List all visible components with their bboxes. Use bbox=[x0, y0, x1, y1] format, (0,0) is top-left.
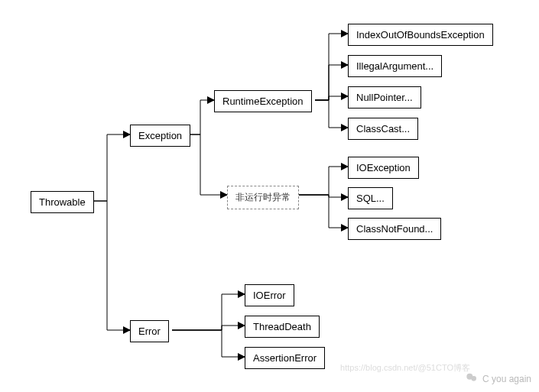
wechat-icon bbox=[466, 371, 478, 386]
label: AssertionError bbox=[253, 352, 317, 364]
label: ClassCast... bbox=[356, 123, 410, 134]
label: IOException bbox=[356, 162, 411, 173]
node-sql: SQL... bbox=[348, 187, 393, 209]
watermark-faint: https://blog.csdn.net/@51CTO博客 bbox=[340, 362, 470, 374]
label: IllegalArgument... bbox=[356, 60, 433, 72]
node-nonruntime-exception: 非运行时异常 bbox=[227, 186, 299, 209]
node-exception: Exception bbox=[130, 125, 190, 147]
watermark-text: C you again bbox=[482, 374, 531, 384]
node-ioerror: IOError bbox=[245, 284, 294, 306]
label: RuntimeException bbox=[222, 96, 304, 107]
node-classnotfound: ClassNotFound... bbox=[348, 218, 441, 240]
node-ioexception: IOException bbox=[348, 157, 419, 179]
node-threaddeath: ThreadDeath bbox=[245, 316, 320, 338]
node-assertionerror: AssertionError bbox=[245, 347, 325, 369]
node-nullpointer: NullPointer... bbox=[348, 86, 421, 109]
svg-point-1 bbox=[471, 376, 476, 381]
node-illegalargument: IllegalArgument... bbox=[348, 55, 442, 77]
label: SQL... bbox=[356, 193, 385, 204]
label: NullPointer... bbox=[356, 92, 413, 103]
label: ThreadDeath bbox=[253, 321, 311, 332]
node-runtime-exception: RuntimeException bbox=[214, 90, 312, 112]
label: ClassNotFound... bbox=[356, 223, 433, 235]
node-error: Error bbox=[130, 320, 169, 342]
label: Throwable bbox=[39, 196, 86, 208]
label: Exception bbox=[138, 130, 182, 141]
label: IndexOutOfBoundsException bbox=[356, 29, 485, 40]
label: IOError bbox=[253, 290, 286, 301]
label: 非运行时异常 bbox=[235, 192, 291, 202]
watermark: C you again bbox=[466, 371, 531, 386]
node-classcast: ClassCast... bbox=[348, 118, 418, 140]
label: Error bbox=[138, 326, 161, 337]
node-throwable: Throwable bbox=[31, 191, 94, 213]
node-indexoutofbounds: IndexOutOfBoundsException bbox=[348, 24, 493, 46]
